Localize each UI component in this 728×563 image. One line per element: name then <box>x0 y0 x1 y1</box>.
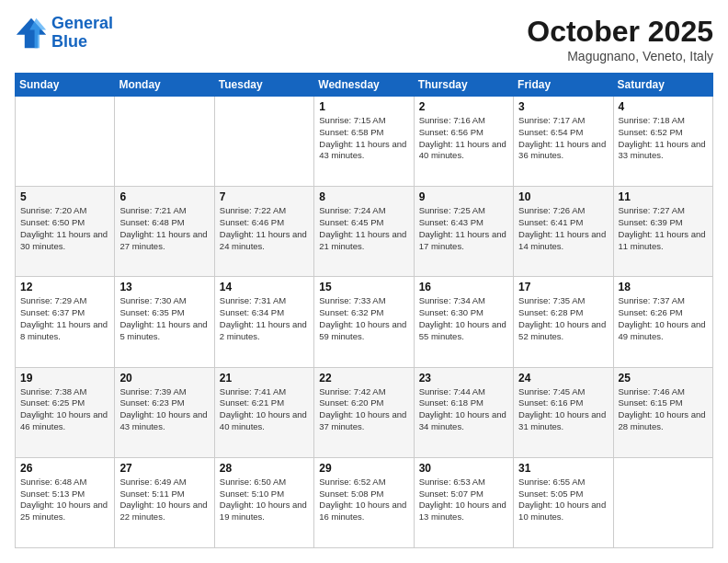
weekday-header-row: SundayMondayTuesdayWednesdayThursdayFrid… <box>16 74 713 97</box>
calendar-cell: 17Sunrise: 7:35 AMSunset: 6:28 PMDayligh… <box>514 277 613 367</box>
week-row-4: 19Sunrise: 7:38 AMSunset: 6:25 PMDayligh… <box>16 367 713 457</box>
calendar-cell: 21Sunrise: 7:41 AMSunset: 6:21 PMDayligh… <box>214 367 313 457</box>
day-number: 1 <box>319 100 408 113</box>
day-info: Sunrise: 7:34 AMSunset: 6:30 PMDaylight:… <box>419 295 508 342</box>
calendar-cell: 31Sunrise: 6:55 AMSunset: 5:05 PMDayligh… <box>514 457 613 547</box>
day-number: 29 <box>319 462 408 475</box>
day-number: 28 <box>220 462 309 475</box>
day-info: Sunrise: 7:27 AMSunset: 6:39 PMDaylight:… <box>619 205 708 252</box>
calendar-cell: 25Sunrise: 7:46 AMSunset: 6:15 PMDayligh… <box>613 367 712 457</box>
calendar-cell: 18Sunrise: 7:37 AMSunset: 6:26 PMDayligh… <box>613 277 712 367</box>
day-info: Sunrise: 6:53 AMSunset: 5:07 PMDaylight:… <box>419 477 508 523</box>
day-number: 30 <box>419 462 508 475</box>
calendar-cell: 30Sunrise: 6:53 AMSunset: 5:07 PMDayligh… <box>414 457 513 547</box>
day-info: Sunrise: 7:44 AMSunset: 6:18 PMDaylight:… <box>419 386 508 433</box>
weekday-header-thursday: Thursday <box>414 74 513 97</box>
weekday-header-sunday: Sunday <box>16 74 115 97</box>
day-number: 14 <box>220 281 309 293</box>
day-number: 13 <box>119 281 209 293</box>
calendar-cell <box>613 457 712 547</box>
calendar-cell: 19Sunrise: 7:38 AMSunset: 6:25 PMDayligh… <box>16 367 115 457</box>
day-number: 17 <box>518 281 608 293</box>
calendar-cell: 13Sunrise: 7:30 AMSunset: 6:35 PMDayligh… <box>115 277 214 367</box>
page: General Blue October 2025 Magugnano, Ven… <box>0 0 728 563</box>
calendar-cell: 23Sunrise: 7:44 AMSunset: 6:18 PMDayligh… <box>414 367 513 457</box>
day-info: Sunrise: 7:21 AMSunset: 6:48 PMDaylight:… <box>119 205 209 252</box>
calendar-cell: 11Sunrise: 7:27 AMSunset: 6:39 PMDayligh… <box>613 187 712 277</box>
calendar-cell: 14Sunrise: 7:31 AMSunset: 6:34 PMDayligh… <box>214 277 313 367</box>
calendar-cell: 8Sunrise: 7:24 AMSunset: 6:45 PMDaylight… <box>314 187 414 277</box>
day-info: Sunrise: 7:37 AMSunset: 6:26 PMDaylight:… <box>619 295 708 342</box>
day-info: Sunrise: 6:49 AMSunset: 5:11 PMDaylight:… <box>119 477 209 523</box>
day-info: Sunrise: 7:39 AMSunset: 6:23 PMDaylight:… <box>119 386 209 433</box>
day-number: 10 <box>518 190 608 203</box>
day-number: 5 <box>20 190 109 203</box>
calendar-cell: 12Sunrise: 7:29 AMSunset: 6:37 PMDayligh… <box>16 277 115 367</box>
day-number: 15 <box>319 281 408 293</box>
day-info: Sunrise: 7:15 AMSunset: 6:58 PMDaylight:… <box>319 115 408 162</box>
day-info: Sunrise: 7:35 AMSunset: 6:28 PMDaylight:… <box>518 295 608 342</box>
weekday-header-friday: Friday <box>514 74 613 97</box>
calendar-cell: 10Sunrise: 7:26 AMSunset: 6:41 PMDayligh… <box>514 187 613 277</box>
day-number: 18 <box>619 281 708 293</box>
month-title: October 2025 <box>527 15 713 49</box>
day-number: 22 <box>319 372 408 385</box>
day-info: Sunrise: 7:24 AMSunset: 6:45 PMDaylight:… <box>319 205 408 252</box>
day-number: 24 <box>518 372 608 385</box>
day-info: Sunrise: 7:20 AMSunset: 6:50 PMDaylight:… <box>20 205 109 252</box>
header: General Blue October 2025 Magugnano, Ven… <box>15 15 713 63</box>
day-number: 6 <box>119 190 209 203</box>
calendar-cell: 22Sunrise: 7:42 AMSunset: 6:20 PMDayligh… <box>314 367 414 457</box>
day-info: Sunrise: 7:31 AMSunset: 6:34 PMDaylight:… <box>220 295 309 342</box>
day-info: Sunrise: 7:25 AMSunset: 6:43 PMDaylight:… <box>419 205 508 252</box>
day-info: Sunrise: 6:52 AMSunset: 5:08 PMDaylight:… <box>319 477 408 523</box>
calendar-cell: 1Sunrise: 7:15 AMSunset: 6:58 PMDaylight… <box>314 97 414 187</box>
calendar-cell <box>115 97 214 187</box>
week-row-1: 1Sunrise: 7:15 AMSunset: 6:58 PMDaylight… <box>16 97 713 187</box>
location: Magugnano, Veneto, Italy <box>527 49 713 63</box>
calendar-cell <box>214 97 313 187</box>
day-info: Sunrise: 6:55 AMSunset: 5:05 PMDaylight:… <box>518 477 608 523</box>
logo: General Blue <box>15 15 113 52</box>
day-info: Sunrise: 7:22 AMSunset: 6:46 PMDaylight:… <box>220 205 309 252</box>
calendar-cell: 16Sunrise: 7:34 AMSunset: 6:30 PMDayligh… <box>414 277 513 367</box>
day-number: 31 <box>518 462 608 475</box>
day-info: Sunrise: 7:26 AMSunset: 6:41 PMDaylight:… <box>518 205 608 252</box>
calendar-cell: 4Sunrise: 7:18 AMSunset: 6:52 PMDaylight… <box>613 97 712 187</box>
day-info: Sunrise: 7:38 AMSunset: 6:25 PMDaylight:… <box>20 386 109 433</box>
day-number: 16 <box>419 281 508 293</box>
calendar-cell: 7Sunrise: 7:22 AMSunset: 6:46 PMDaylight… <box>214 187 313 277</box>
day-info: Sunrise: 7:29 AMSunset: 6:37 PMDaylight:… <box>20 295 109 342</box>
calendar-cell: 27Sunrise: 6:49 AMSunset: 5:11 PMDayligh… <box>115 457 214 547</box>
calendar-cell: 5Sunrise: 7:20 AMSunset: 6:50 PMDaylight… <box>16 187 115 277</box>
calendar-cell: 29Sunrise: 6:52 AMSunset: 5:08 PMDayligh… <box>314 457 414 547</box>
day-number: 23 <box>419 372 508 385</box>
day-number: 27 <box>119 462 209 475</box>
day-number: 21 <box>220 372 309 385</box>
day-info: Sunrise: 7:30 AMSunset: 6:35 PMDaylight:… <box>119 295 209 342</box>
day-info: Sunrise: 6:50 AMSunset: 5:10 PMDaylight:… <box>220 477 309 523</box>
calendar-cell: 3Sunrise: 7:17 AMSunset: 6:54 PMDaylight… <box>514 97 613 187</box>
day-info: Sunrise: 7:33 AMSunset: 6:32 PMDaylight:… <box>319 295 408 342</box>
day-number: 25 <box>619 372 708 385</box>
day-number: 4 <box>619 100 708 113</box>
day-info: Sunrise: 7:46 AMSunset: 6:15 PMDaylight:… <box>619 386 708 433</box>
calendar-cell: 20Sunrise: 7:39 AMSunset: 6:23 PMDayligh… <box>115 367 214 457</box>
calendar-cell: 26Sunrise: 6:48 AMSunset: 5:13 PMDayligh… <box>16 457 115 547</box>
day-number: 19 <box>20 372 109 385</box>
calendar-cell: 2Sunrise: 7:16 AMSunset: 6:56 PMDaylight… <box>414 97 513 187</box>
title-block: October 2025 Magugnano, Veneto, Italy <box>527 15 713 63</box>
day-number: 2 <box>419 100 508 113</box>
day-info: Sunrise: 7:16 AMSunset: 6:56 PMDaylight:… <box>419 115 508 162</box>
day-info: Sunrise: 7:17 AMSunset: 6:54 PMDaylight:… <box>518 115 608 162</box>
day-number: 3 <box>518 100 608 113</box>
day-info: Sunrise: 7:45 AMSunset: 6:16 PMDaylight:… <box>518 386 608 433</box>
calendar-cell <box>16 97 115 187</box>
calendar-cell: 15Sunrise: 7:33 AMSunset: 6:32 PMDayligh… <box>314 277 414 367</box>
day-number: 7 <box>220 190 309 203</box>
calendar-cell: 28Sunrise: 6:50 AMSunset: 5:10 PMDayligh… <box>214 457 313 547</box>
calendar-table: SundayMondayTuesdayWednesdayThursdayFrid… <box>15 73 713 548</box>
weekday-header-tuesday: Tuesday <box>214 74 313 97</box>
calendar-cell: 6Sunrise: 7:21 AMSunset: 6:48 PMDaylight… <box>115 187 214 277</box>
day-number: 8 <box>319 190 408 203</box>
